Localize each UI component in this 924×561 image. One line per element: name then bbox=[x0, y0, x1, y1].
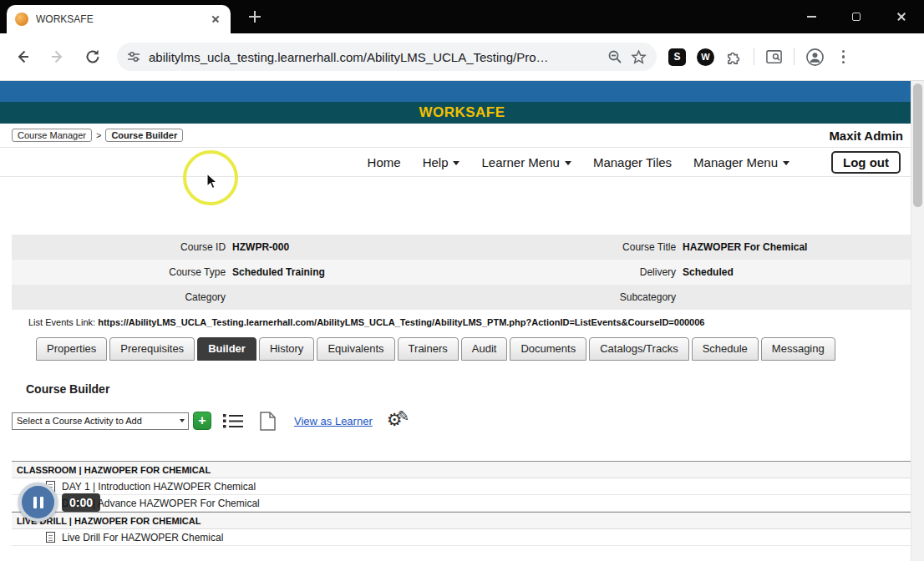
activity-row-live-drill[interactable]: Live Drill For HAZWOPER Chemical bbox=[12, 529, 912, 546]
extensions-puzzle-icon[interactable] bbox=[725, 48, 743, 66]
list-events-link-line: List Events Link: https://AbilityLMS_UCL… bbox=[28, 317, 924, 327]
tab-documents[interactable]: Documents bbox=[510, 337, 586, 361]
maximize-icon bbox=[852, 13, 861, 21]
reload-button[interactable] bbox=[79, 43, 107, 71]
activity-row-day2[interactable]: DAY 2 | Advance HAZWOPER For Chemical bbox=[12, 495, 912, 512]
course-info-table: Course ID HZWPR-000 Course Title HAZWOPE… bbox=[12, 235, 912, 310]
reload-icon bbox=[84, 48, 101, 65]
tab-equivalents[interactable]: Equivalents bbox=[317, 337, 394, 361]
logout-button[interactable]: Log out bbox=[831, 151, 901, 174]
nav-learner-menu[interactable]: Learner Menu bbox=[481, 155, 571, 169]
pause-icon bbox=[40, 497, 43, 508]
tab-prerequisites[interactable]: Prerequisites bbox=[109, 337, 195, 361]
browser-tab[interactable]: WORKSAFE bbox=[7, 5, 231, 33]
new-tab-button[interactable] bbox=[247, 9, 262, 24]
site-nav: Home Help Learner Menu Manager Tiles Man… bbox=[0, 147, 924, 177]
forward-button[interactable] bbox=[43, 43, 72, 71]
breadcrumb-course-manager[interactable]: Course Manager bbox=[12, 129, 92, 142]
view-as-learner-link[interactable]: View as Learner bbox=[294, 415, 373, 427]
group-header-live-drill: LIVE DRILL | HAZWOPER FOR CHEMICAL bbox=[12, 512, 912, 529]
browser-menu-icon[interactable] bbox=[835, 49, 850, 64]
tab-messaging[interactable]: Messaging bbox=[761, 337, 835, 361]
table-row: Category Subcategory bbox=[12, 285, 912, 310]
course-builder-heading: Course Builder bbox=[26, 382, 924, 396]
page-content: WORKSAFE Course Manager > Course Builder… bbox=[0, 81, 924, 561]
tab-builder[interactable]: Builder bbox=[197, 337, 256, 361]
settings-edit-icon[interactable]: ⚙ ✎ bbox=[387, 410, 414, 432]
course-title-value: HAZWOPER For Chemical bbox=[683, 241, 912, 253]
add-activity-button[interactable]: + bbox=[193, 412, 211, 430]
delivery-value: Scheduled bbox=[683, 266, 912, 278]
activity-select[interactable]: Select a Course Activity to Add bbox=[12, 412, 189, 430]
tab-properties[interactable]: Properties bbox=[36, 337, 107, 361]
pause-button[interactable] bbox=[18, 483, 58, 522]
select-caret-icon bbox=[180, 419, 185, 422]
subcategory-label: Subcategory bbox=[480, 291, 683, 303]
pencil-icon: ✎ bbox=[398, 407, 409, 425]
brand-title: WORKSAFE bbox=[419, 104, 505, 120]
extensions-area: S W bbox=[668, 48, 850, 67]
activity-row-day1[interactable]: DAY 1 | Introduction HAZWOPER Chemical bbox=[12, 478, 912, 495]
window-controls bbox=[789, 0, 924, 33]
toolbar-divider bbox=[754, 48, 754, 65]
table-row: Course Type Scheduled Training Delivery … bbox=[12, 260, 912, 285]
nav-links: Home Help Learner Menu Manager Tiles Man… bbox=[368, 155, 789, 169]
site-favicon bbox=[15, 13, 28, 26]
back-button[interactable] bbox=[8, 43, 37, 71]
blank-page-icon[interactable] bbox=[260, 412, 276, 431]
list-events-label: List Events Link: bbox=[28, 317, 95, 327]
tab-title: WORKSAFE bbox=[36, 13, 209, 25]
forward-icon bbox=[49, 48, 66, 65]
activity-groups: CLASSROOM | HAZWOPER FOR CHEMICAL DAY 1 … bbox=[12, 461, 912, 546]
nav-manager-tiles[interactable]: Manager Tiles bbox=[593, 155, 672, 169]
breadcrumb-course-builder[interactable]: Course Builder bbox=[105, 129, 183, 142]
course-tabs: Properties Prerequisites Builder History… bbox=[36, 337, 924, 361]
course-type-value: Scheduled Training bbox=[232, 266, 480, 278]
breadcrumb-separator: > bbox=[96, 130, 101, 140]
toolbar-divider bbox=[794, 48, 795, 65]
table-row: Course ID HZWPR-000 Course Title HAZWOPE… bbox=[12, 235, 912, 260]
course-id-label: Course ID bbox=[12, 241, 232, 253]
breadcrumb: Course Manager > Course Builder Maxit Ad… bbox=[0, 124, 924, 144]
back-icon bbox=[14, 48, 31, 65]
list-events-url[interactable]: https://AbilityLMS_UCLA_Testing.learnerh… bbox=[98, 317, 704, 327]
admin-user-label: Maxit Admin bbox=[829, 129, 903, 143]
course-title-label: Course Title bbox=[480, 241, 683, 253]
reorder-list-icon[interactable] bbox=[223, 413, 243, 429]
recording-timer: 0:00 bbox=[62, 493, 100, 512]
browser-window: WORKSAFE abilitylms_ucla_testing.learner… bbox=[0, 0, 924, 561]
bookmark-star-icon[interactable] bbox=[631, 49, 647, 65]
nav-home[interactable]: Home bbox=[368, 155, 401, 169]
category-label: Category bbox=[12, 291, 232, 303]
tab-history[interactable]: History bbox=[259, 337, 314, 361]
minimize-icon bbox=[807, 16, 816, 18]
activity-select-value: Select a Course Activity to Add bbox=[17, 416, 142, 426]
maximize-button[interactable] bbox=[834, 0, 879, 33]
banner-title-bar: WORKSAFE bbox=[0, 102, 924, 124]
extension-s-icon[interactable]: S bbox=[668, 48, 686, 66]
tab-close-icon[interactable] bbox=[209, 13, 222, 26]
site-info-icon[interactable] bbox=[127, 50, 140, 63]
url-text[interactable]: abilitylms_ucla_testing.learnerhall.com/… bbox=[149, 50, 599, 64]
page-scrollbar[interactable] bbox=[911, 81, 924, 561]
nav-manager-menu[interactable]: Manager Menu bbox=[693, 155, 789, 169]
extension-w-icon[interactable]: W bbox=[697, 48, 714, 66]
scrollbar-thumb[interactable] bbox=[913, 83, 922, 207]
browser-tabstrip: WORKSAFE bbox=[0, 0, 924, 33]
course-type-label: Course Type bbox=[12, 266, 232, 278]
screen-recorder-widget: 0:00 bbox=[18, 483, 100, 522]
nav-help[interactable]: Help bbox=[423, 155, 460, 169]
side-search-icon[interactable] bbox=[765, 48, 783, 66]
close-icon bbox=[896, 11, 907, 23]
delivery-label: Delivery bbox=[480, 266, 683, 278]
address-bar[interactable]: abilitylms_ucla_testing.learnerhall.com/… bbox=[117, 43, 657, 71]
tab-schedule[interactable]: Schedule bbox=[692, 337, 759, 361]
tab-trainers[interactable]: Trainers bbox=[398, 337, 459, 361]
mouse-cursor bbox=[206, 173, 219, 190]
close-button[interactable] bbox=[879, 0, 924, 33]
zoom-icon[interactable] bbox=[607, 49, 622, 64]
minimize-button[interactable] bbox=[789, 0, 834, 33]
profile-avatar-icon[interactable] bbox=[805, 48, 825, 67]
tab-catalogs-tracks[interactable]: Catalogs/Tracks bbox=[589, 337, 688, 361]
tab-audit[interactable]: Audit bbox=[461, 337, 508, 361]
